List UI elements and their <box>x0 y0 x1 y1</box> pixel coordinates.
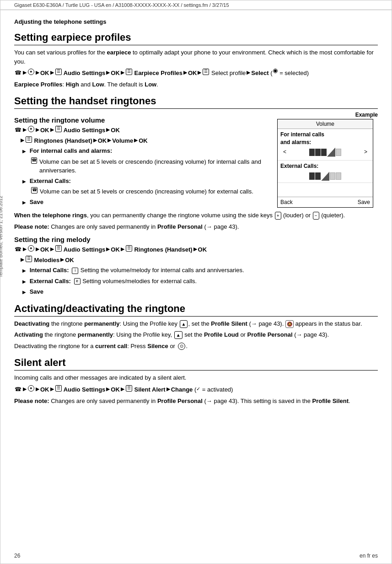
bullet-save2: ▶ Save <box>22 287 378 296</box>
phone-icon4: ☎ <box>15 385 21 393</box>
section4-heading: Silent alert <box>14 357 378 371</box>
menu-icon9: ☰ <box>55 385 62 392</box>
language-indicator: en fr es <box>360 553 378 559</box>
subsection1-heading: Setting the ringtone volume <box>14 116 268 124</box>
subsection2-instruction1: ☎ ▶ ✦ ▶ OK ▶ ☰ Audio Settings ▶ OK ▶ ☰ R… <box>14 245 378 254</box>
example-footer: Back Save <box>278 197 373 207</box>
deactivating-para: Deactivating the ringtone permanently: U… <box>14 319 378 328</box>
phone-small-icon2: ☎ <box>31 187 38 193</box>
page-number: 26 <box>14 553 20 559</box>
slider-bar2 <box>309 172 341 181</box>
section4-instruction: ☎ ▶ ✦ ▶ OK ▶ ☰ Audio Settings ▶ OK ▶ ☰ S… <box>14 385 378 394</box>
bullet-save: ▶ Save <box>22 198 268 207</box>
silent-status-icon: 🔕 <box>285 320 294 328</box>
louder-key: + <box>275 212 281 220</box>
when-rings-note: When the telephone rings, you can perman… <box>14 211 378 220</box>
quieter-key: − <box>313 212 319 220</box>
deactivating-current-para: Deactivating the ringtone for a current … <box>14 342 378 351</box>
example-row2: External Calls: <box>278 161 373 183</box>
example-slider1: < > <box>280 146 370 158</box>
section4-note: Please note: Changes are only saved perm… <box>14 397 378 406</box>
silence-btn-icon: ⊙ <box>178 343 185 350</box>
menu-icon8: ☰ <box>26 256 32 262</box>
int-calls-icon: i <box>72 268 78 274</box>
subsection2-heading: Setting the ring melody <box>14 236 378 243</box>
bullet-internal-calls: ▶ For internal calls and alarms: <box>22 146 268 156</box>
ext-calls-icon: e <box>74 278 81 285</box>
header-text: Gigaset E630-E360A / Turtle LUG - USA en… <box>14 2 229 8</box>
profile-key-up2: ▲ <box>174 331 183 339</box>
select-label-1: Select <box>251 69 268 78</box>
subsection1-instruction2: ▶ ☰ Ringtones (Handset) ▶ OK ▶ Volume ▶ … <box>14 136 268 145</box>
menu-icon3: ☰ <box>203 69 209 75</box>
example-box: Volume For internal calls and alarms: < <box>277 119 373 208</box>
menu-icon7: ☰ <box>126 245 132 252</box>
slider-bar1 <box>309 148 341 157</box>
radio-filled-icon <box>273 69 278 73</box>
nav-icon2: ✦ <box>28 126 34 132</box>
nav-icon3: ✦ <box>28 245 34 252</box>
section1-instruction: ☎ ▶ ✦ ▶ OK ▶ ☰ Audio Settings ▶ OK ▶ ☰ E… <box>14 69 378 78</box>
subsection2-instruction2: ▶ ☰ Melodies ▶ OK <box>14 256 378 265</box>
section2-heading: Setting the handset ringtones <box>14 95 378 109</box>
side-label: Template Borneo, Version 1, 21.06.2012 <box>0 186 3 278</box>
profile-key-up: ▲ <box>180 320 188 328</box>
section4-intro: Incoming calls and other messages are in… <box>14 373 378 382</box>
phone-small-icon: ☎ <box>31 157 37 164</box>
section1-intro: You can set various profiles for the ear… <box>14 48 378 66</box>
bullet-external-detail: ☎ Volume can be set at 5 levels or cresc… <box>31 187 268 196</box>
menu-icon4: ☰ <box>55 126 62 132</box>
please-note-1: Please note: Changes are only saved perm… <box>14 222 378 231</box>
bullet-external-calls: ▶ External Calls: <box>22 177 268 186</box>
example-label: Example <box>277 112 378 118</box>
page-footer: 26 en fr es <box>14 553 378 559</box>
menu-icon2: ☰ <box>126 69 132 75</box>
bullet-internal-melody: ▶ Internal Calls: i Setting the volume/m… <box>22 266 378 275</box>
nav-icon4: ✦ <box>28 385 34 392</box>
checkmark-icon: ✓ <box>196 385 200 393</box>
nav-icon: ✦ <box>28 69 34 75</box>
section1-note: Earpiece Profiles: High and Low. The def… <box>14 80 378 89</box>
bullet-internal-detail: ☎ Volume can be set at 5 levels or cresc… <box>31 157 268 175</box>
menu-icon: ☰ <box>55 69 62 75</box>
example-row1: For internal calls and alarms: < <box>278 129 373 161</box>
bullet-external-melody: ▶ External Calls: e Setting volumes/melo… <box>22 277 378 286</box>
example-title: Volume <box>278 119 373 129</box>
menu-icon6: ☰ <box>55 245 62 252</box>
menu-icon5: ☰ <box>26 136 32 143</box>
menu-icon10: ☰ <box>126 385 132 392</box>
page-header: Gigaset E630-E360A / Turtle LUG - USA en… <box>0 0 392 10</box>
activating-para: Activating the ringtone permanently: Usi… <box>14 330 378 339</box>
select-label-2: Change <box>171 385 193 394</box>
phone-icon: ☎ <box>15 69 21 77</box>
phone-icon2: ☎ <box>15 126 21 134</box>
phone-icon3: ☎ <box>15 245 21 253</box>
section1-heading: Setting earpiece profiles <box>14 32 378 45</box>
top-section-label: Adjusting the telephone settings <box>14 18 378 25</box>
subsection1-instruction1: ☎ ▶ ✦ ▶ OK ▶ ☰ Audio Settings ▶ OK <box>14 126 268 135</box>
section3-heading: Activating/deactivating the ringtone <box>14 303 378 317</box>
